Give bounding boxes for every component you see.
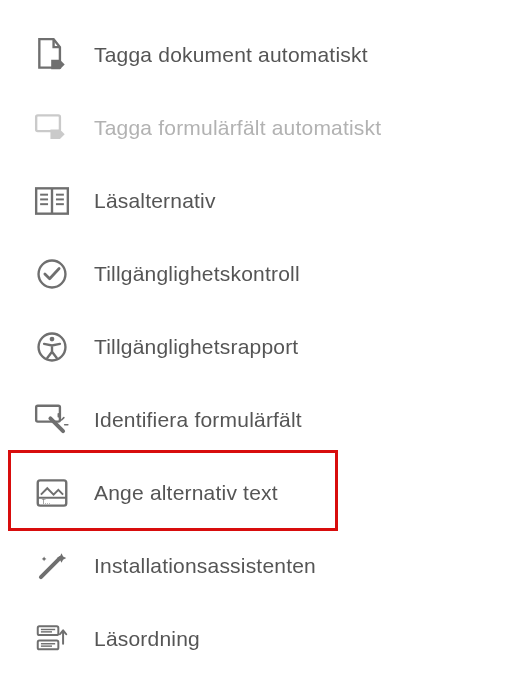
svg-line-17 <box>41 558 60 577</box>
svg-point-9 <box>39 260 66 287</box>
svg-rect-0 <box>36 115 60 131</box>
menu-item-label: Läsordning <box>76 627 200 651</box>
menu-item-label: Installationsassistenten <box>76 554 316 578</box>
menu-item-label: Tagga formulärfält automatiskt <box>76 116 381 140</box>
menu-item-setup-assistant[interactable]: Installationsassistenten <box>0 529 520 602</box>
reading-options-icon <box>28 177 76 225</box>
wand-sparkle-icon <box>28 542 76 590</box>
document-tag-icon <box>28 31 76 79</box>
form-wand-icon <box>28 396 76 444</box>
menu-item-autotag-document[interactable]: Tagga dokument automatiskt <box>0 18 520 91</box>
accessibility-person-icon <box>28 323 76 371</box>
menu-item-label: Ange alternativ text <box>76 481 278 505</box>
form-tag-icon <box>28 104 76 152</box>
svg-point-11 <box>50 336 55 341</box>
menu-item-label: Identifiera formulärfält <box>76 408 302 432</box>
menu-item-identify-form-fields[interactable]: Identifiera formulärfält <box>0 383 520 456</box>
reading-order-icon <box>28 615 76 663</box>
menu-item-reading-order[interactable]: Läsordning <box>0 602 520 675</box>
menu-item-label: Tillgänglighetsrapport <box>76 335 298 359</box>
menu-item-accessibility-check[interactable]: Tillgänglighetskontroll <box>0 237 520 310</box>
menu-item-label: Läsalternativ <box>76 189 216 213</box>
alt-text-icon: T... <box>28 469 76 517</box>
menu-item-label: Tillgänglighetskontroll <box>76 262 300 286</box>
menu-item-reading-options[interactable]: Läsalternativ <box>0 164 520 237</box>
menu-item-set-alt-text[interactable]: T... Ange alternativ text <box>0 456 520 529</box>
svg-rect-18 <box>38 626 59 635</box>
accessibility-menu: Tagga dokument automatiskt Tagga formulä… <box>0 0 520 675</box>
svg-rect-19 <box>38 640 59 649</box>
menu-item-accessibility-report[interactable]: Tillgänglighetsrapport <box>0 310 520 383</box>
check-circle-icon <box>28 250 76 298</box>
svg-text:T...: T... <box>42 498 51 505</box>
svg-rect-12 <box>36 405 60 421</box>
menu-item-autotag-form-fields: Tagga formulärfält automatiskt <box>0 91 520 164</box>
menu-item-label: Tagga dokument automatiskt <box>76 43 368 67</box>
